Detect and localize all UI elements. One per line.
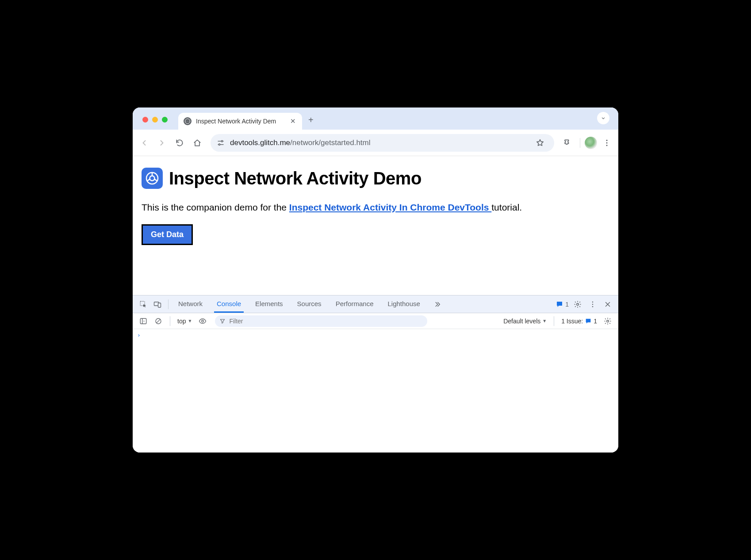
devtools-panel: Network Console Elements Sources Perform… bbox=[133, 295, 618, 453]
execution-context-selector[interactable]: top ▼ bbox=[176, 318, 194, 325]
caret-down-icon: ▼ bbox=[542, 318, 547, 323]
browser-toolbar: devtools.glitch.me/network/getstarted.ht… bbox=[133, 130, 618, 156]
context-label: top bbox=[177, 318, 186, 325]
devtools-tabs: Network Console Elements Sources Perform… bbox=[176, 296, 443, 313]
clear-console-button[interactable] bbox=[152, 315, 165, 327]
reload-button[interactable] bbox=[172, 135, 188, 151]
kebab-icon bbox=[602, 138, 611, 147]
svg-rect-14 bbox=[140, 318, 146, 324]
svg-point-0 bbox=[221, 140, 222, 142]
console-filter[interactable] bbox=[215, 315, 427, 327]
tab-title: Inspect Network Activity Dem bbox=[196, 118, 285, 125]
gear-icon bbox=[574, 300, 582, 308]
console-toolbar-right: Default levels ▼ 1 Issue: 1 bbox=[503, 315, 614, 327]
divider bbox=[554, 316, 554, 326]
svg-point-13 bbox=[592, 306, 593, 307]
tab-search-button[interactable] bbox=[597, 112, 609, 124]
levels-label: Default levels bbox=[503, 318, 540, 325]
svg-point-18 bbox=[202, 320, 204, 322]
issues-button[interactable]: 1 Issue: 1 bbox=[561, 318, 597, 325]
issue-count: 1 bbox=[594, 318, 597, 325]
svg-point-1 bbox=[218, 144, 220, 145]
page-content: Inspect Network Activity Demo This is th… bbox=[133, 156, 618, 295]
extensions-button[interactable] bbox=[559, 135, 575, 151]
issue-label: 1 Issue: bbox=[561, 318, 583, 325]
page-description: This is the companion demo for the Inspe… bbox=[142, 202, 609, 213]
site-info-button[interactable] bbox=[217, 139, 225, 147]
console-settings-button[interactable] bbox=[602, 315, 614, 327]
star-icon bbox=[536, 138, 544, 147]
url-host: devtools.glitch.me bbox=[230, 138, 290, 147]
tab-elements[interactable]: Elements bbox=[253, 296, 286, 313]
url-text: devtools.glitch.me/network/getstarted.ht… bbox=[230, 138, 371, 147]
device-toolbar-button[interactable] bbox=[151, 298, 164, 311]
window-controls bbox=[138, 117, 168, 130]
desc-prefix: This is the companion demo for the bbox=[142, 202, 289, 212]
live-expression-button[interactable] bbox=[196, 315, 209, 327]
browser-tab[interactable]: Inspect Network Activity Dem ✕ bbox=[178, 113, 302, 130]
svg-point-10 bbox=[577, 303, 579, 305]
page-title: Inspect Network Activity Demo bbox=[169, 169, 421, 188]
console-sidebar-toggle[interactable] bbox=[137, 315, 149, 327]
bookmark-button[interactable] bbox=[532, 135, 548, 151]
tab-network[interactable]: Network bbox=[176, 296, 205, 313]
tab-console[interactable]: Console bbox=[214, 296, 244, 313]
gear-icon bbox=[604, 317, 612, 325]
tab-strip: Inspect Network Activity Dem ✕ + bbox=[133, 107, 618, 130]
console-output[interactable]: › bbox=[133, 329, 618, 453]
log-levels-selector[interactable]: Default levels ▼ bbox=[503, 318, 547, 325]
new-tab-button[interactable]: + bbox=[302, 115, 320, 130]
tutorial-link[interactable]: Inspect Network Activity In Chrome DevTo… bbox=[289, 202, 491, 212]
forward-button[interactable] bbox=[154, 135, 170, 151]
tab-lighthouse[interactable]: Lighthouse bbox=[385, 296, 423, 313]
console-toolbar: top ▼ Default levels ▼ 1 Issue: 1 bbox=[133, 313, 618, 329]
divider bbox=[170, 316, 170, 326]
chevrons-right-icon bbox=[433, 300, 441, 308]
devtools-close-button[interactable] bbox=[602, 298, 614, 311]
home-button[interactable] bbox=[189, 135, 205, 151]
close-icon bbox=[604, 300, 612, 308]
reload-icon bbox=[175, 138, 184, 147]
get-data-button[interactable]: Get Data bbox=[142, 224, 193, 245]
window-maximize-button[interactable] bbox=[162, 117, 168, 123]
toolbar-divider bbox=[580, 138, 580, 148]
tab-sources[interactable]: Sources bbox=[295, 296, 324, 313]
console-prompt: › bbox=[137, 332, 141, 338]
inspect-icon bbox=[139, 300, 147, 308]
tab-close-button[interactable]: ✕ bbox=[289, 117, 297, 125]
kebab-icon bbox=[589, 300, 597, 308]
address-bar[interactable]: devtools.glitch.me/network/getstarted.ht… bbox=[211, 134, 554, 152]
devtools-settings-button[interactable] bbox=[571, 298, 584, 311]
profile-button[interactable] bbox=[585, 137, 597, 149]
tab-performance[interactable]: Performance bbox=[333, 296, 376, 313]
caret-down-icon: ▼ bbox=[188, 318, 192, 323]
chevron-down-icon bbox=[600, 115, 606, 121]
svg-point-2 bbox=[606, 139, 608, 141]
tune-icon bbox=[217, 139, 225, 147]
svg-point-4 bbox=[606, 145, 608, 146]
window-minimize-button[interactable] bbox=[152, 117, 158, 123]
page-header: Inspect Network Activity Demo bbox=[142, 168, 609, 189]
puzzle-icon bbox=[563, 138, 572, 147]
arrow-right-icon bbox=[157, 138, 166, 147]
divider bbox=[168, 299, 169, 309]
message-icon bbox=[556, 300, 563, 308]
svg-point-6 bbox=[150, 176, 155, 181]
errors-count: 1 bbox=[565, 301, 569, 308]
back-button[interactable] bbox=[136, 135, 152, 151]
sidebar-icon bbox=[139, 317, 147, 325]
window-close-button[interactable] bbox=[142, 117, 148, 123]
svg-point-19 bbox=[607, 320, 609, 322]
globe-icon bbox=[184, 117, 192, 125]
svg-point-11 bbox=[592, 301, 593, 302]
filter-input[interactable] bbox=[229, 318, 423, 325]
devtools-menu-button[interactable] bbox=[586, 298, 599, 311]
inspect-element-button[interactable] bbox=[137, 298, 149, 311]
devices-icon bbox=[153, 300, 161, 308]
eye-icon bbox=[199, 317, 207, 325]
chrome-menu-button[interactable] bbox=[599, 135, 615, 151]
desc-suffix: tutorial. bbox=[491, 202, 522, 212]
filter-icon bbox=[219, 318, 226, 324]
more-tabs-button[interactable] bbox=[432, 296, 443, 313]
errors-badge[interactable]: 1 bbox=[556, 300, 569, 308]
